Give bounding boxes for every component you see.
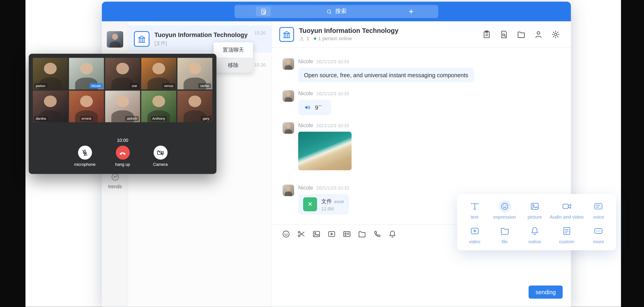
participant-video: danika xyxy=(33,91,68,122)
participant-video: venus xyxy=(141,58,176,89)
feature-voice[interactable]: voice xyxy=(584,197,614,222)
user-avatar[interactable] xyxy=(107,31,123,47)
emoji-button[interactable] xyxy=(282,230,290,238)
sender-name: Nicole xyxy=(298,185,313,191)
call-button[interactable] xyxy=(373,230,382,238)
more-icon xyxy=(592,225,605,237)
sender-avatar[interactable] xyxy=(283,185,294,196)
participant-video: patton xyxy=(33,58,68,89)
voice-duration: 9`` xyxy=(315,104,322,111)
group-members-button[interactable] xyxy=(534,30,543,39)
message-time: 2021/12/3 10:33 xyxy=(316,186,349,191)
file-icon xyxy=(498,225,511,237)
header-toolbar: 搜索 + xyxy=(234,5,438,18)
message-time: 2021/12/3 10:33 xyxy=(316,59,349,64)
file-message-bubble[interactable]: ✕ 文件.excel 12.8M xyxy=(298,194,349,215)
custom-icon xyxy=(560,225,573,237)
feature-panel: text expression picture Audio and video … xyxy=(457,194,616,250)
text-message-bubble: Open source, free, and universal instant… xyxy=(298,68,474,82)
message: Nicole 2021/12/3 10:33 9`` xyxy=(283,90,349,115)
building-icon xyxy=(137,34,146,44)
group-files-button[interactable] xyxy=(516,30,526,39)
app-header: 搜索 + xyxy=(102,1,571,21)
feature-custom[interactable]: custom xyxy=(550,222,584,247)
picture-icon xyxy=(528,200,541,212)
member-icon xyxy=(299,36,304,41)
trends-label: trends xyxy=(108,184,122,190)
search-bar[interactable]: 搜索 xyxy=(326,8,347,15)
message-time: 2021/12/3 10:33 xyxy=(316,91,349,96)
audio-video-icon xyxy=(560,200,573,212)
participant-video: Anthony xyxy=(141,91,176,122)
expression-icon xyxy=(498,200,511,212)
participant-video: ernest xyxy=(69,91,104,122)
screen: 搜索 + trends Tuoyun Information Technolog… xyxy=(0,0,644,307)
search-icon xyxy=(326,8,332,15)
message-time: 2021/12/3 10:33 xyxy=(316,123,349,128)
context-menu: 置顶聊天 移除 xyxy=(214,42,253,73)
chat-actions xyxy=(482,30,560,39)
sender-name: Nicole xyxy=(298,90,313,96)
compose-note-button[interactable] xyxy=(256,7,271,16)
feature-video[interactable]: video xyxy=(460,222,490,247)
file-name: 文件 xyxy=(321,198,332,204)
feature-notice[interactable]: notice xyxy=(520,222,550,247)
conversation-title: Tuoyun Information Technology xyxy=(154,31,266,38)
feature-more[interactable]: more xyxy=(584,222,614,247)
mic-muted-icon[interactable] xyxy=(78,146,92,160)
settings-button[interactable] xyxy=(551,30,560,39)
menu-item-remove[interactable]: 移除 xyxy=(214,57,253,72)
send-button[interactable]: sending xyxy=(528,286,562,299)
hang-up-button[interactable]: hang up xyxy=(110,146,135,167)
menu-item-pin-chat[interactable]: 置顶聊天 xyxy=(214,42,253,57)
file-button[interactable] xyxy=(358,230,366,238)
video-call-overlay: patton Nicole zoe venus stellar danika e… xyxy=(29,54,216,174)
contact-card-button[interactable] xyxy=(342,230,351,238)
sender-avatar[interactable] xyxy=(283,58,294,70)
notification-button[interactable] xyxy=(388,230,397,238)
voice-message-bubble[interactable]: 9`` xyxy=(298,100,331,115)
sender-avatar[interactable] xyxy=(283,122,294,134)
notice-icon xyxy=(528,225,541,237)
chat-header-info: Tuoyun Information Technology 1 1 person… xyxy=(299,27,482,41)
message: Nicole 2021/12/3 10:33 Open source, free… xyxy=(283,58,474,82)
note-edit-icon xyxy=(260,8,267,15)
video-button[interactable] xyxy=(327,230,336,238)
building-icon xyxy=(282,30,291,39)
chat-header: Tuoyun Information Technology 1 1 person… xyxy=(272,21,571,47)
screenshot-button[interactable] xyxy=(297,230,306,238)
feature-text[interactable]: text xyxy=(460,197,490,222)
member-count: 1 xyxy=(306,36,309,41)
camera-toggle[interactable]: Camera xyxy=(148,146,173,167)
add-button[interactable]: + xyxy=(402,5,420,18)
camera-off-icon[interactable] xyxy=(154,146,168,160)
speaker-icon xyxy=(304,104,311,111)
participant-video: Nicole xyxy=(69,58,104,89)
chat-meta: 1 1 person online xyxy=(299,36,482,41)
feature-file[interactable]: file xyxy=(490,222,520,247)
group-notice-button[interactable] xyxy=(482,30,491,39)
feature-expression[interactable]: expression xyxy=(490,197,520,222)
conversation-time: 15:20 xyxy=(254,62,266,67)
image-message[interactable] xyxy=(298,132,352,170)
hang-up-icon[interactable] xyxy=(116,146,130,160)
sender-avatar[interactable] xyxy=(283,90,294,102)
video-icon xyxy=(468,225,481,237)
file-extension: .excel xyxy=(333,199,344,204)
call-controls: microphone hang up Camera xyxy=(29,146,216,167)
file-size: 12.8M xyxy=(321,206,344,211)
excel-file-icon: ✕ xyxy=(303,197,317,211)
participant-video: aldrich xyxy=(105,91,140,122)
feature-audio-video[interactable]: Audio and video xyxy=(550,197,584,222)
online-status: 1 person online xyxy=(318,36,352,41)
image-button[interactable] xyxy=(312,230,321,238)
microphone-toggle[interactable]: microphone xyxy=(72,146,98,167)
organization-avatar xyxy=(134,31,149,47)
message: Nicole 2021/12/3 10:33 xyxy=(283,122,352,170)
chat-panel: Tuoyun Information Technology 1 1 person… xyxy=(272,21,571,307)
feature-picture[interactable]: picture xyxy=(520,197,550,222)
chat-record-search-button[interactable] xyxy=(500,30,508,39)
participant-video: zoe xyxy=(105,58,140,89)
conversation-time: 15:20 xyxy=(254,30,266,35)
sidebar-item-trends[interactable]: trends xyxy=(102,172,128,189)
